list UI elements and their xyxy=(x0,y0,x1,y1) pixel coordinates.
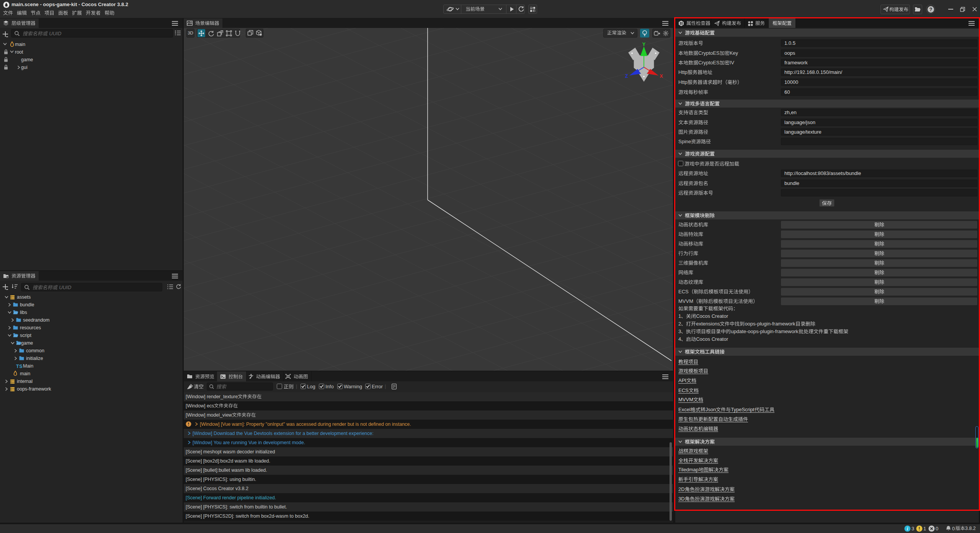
svg-text:Y: Y xyxy=(642,42,646,47)
svg-text:Z: Z xyxy=(625,74,628,79)
svg-text:X: X xyxy=(660,74,663,79)
